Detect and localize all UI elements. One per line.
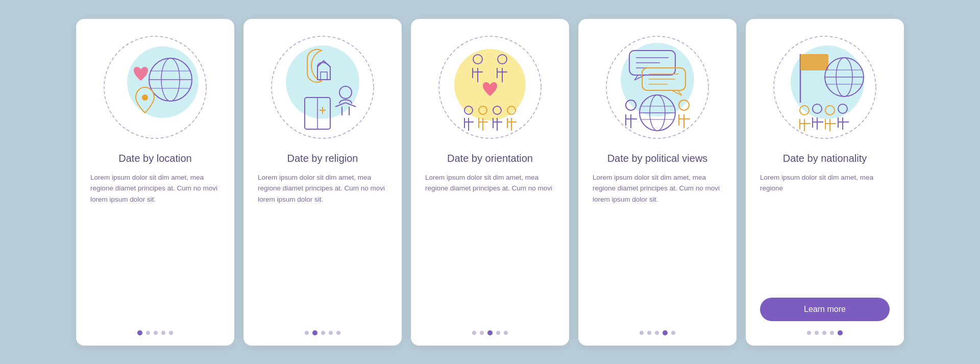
card-nationality-dots	[807, 330, 843, 335]
svg-rect-41	[800, 54, 828, 70]
dot-1	[640, 331, 644, 335]
cards-container: Date by location Lorem ipsum dolor sit d…	[56, 4, 924, 361]
dot-5	[504, 331, 508, 335]
card-political-title: Date by political views	[607, 152, 708, 165]
dot-3	[321, 331, 325, 335]
dot-4	[161, 331, 165, 335]
illustration-location	[99, 31, 211, 143]
card-orientation-body: Lorem ipsum dolor sit dim amet, mea regi…	[425, 172, 555, 321]
dot-3	[822, 331, 826, 335]
card-nationality-body: Lorem ipsum dolor sit dim amet, mea regi…	[760, 172, 890, 292]
illustration-nationality	[769, 31, 881, 143]
card-religion-dots	[305, 330, 340, 335]
card-religion-title: Date by religion	[287, 152, 358, 165]
dot-5	[838, 330, 843, 335]
dot-4	[663, 330, 668, 335]
svg-point-1	[127, 46, 199, 118]
card-religion: Date by religion Lorem ipsum dolor sit d…	[243, 19, 402, 346]
svg-point-7	[142, 94, 148, 101]
dot-3	[655, 331, 659, 335]
dot-4	[496, 331, 500, 335]
dot-1	[305, 331, 309, 335]
illustration-political	[601, 31, 714, 143]
dot-1	[137, 330, 142, 335]
dot-1	[807, 331, 811, 335]
dot-2	[480, 331, 484, 335]
card-location-title: Date by location	[118, 152, 191, 165]
card-political-body: Lorem ipsum dolor sit dim amet, mea regi…	[593, 172, 722, 321]
dot-5	[169, 331, 173, 335]
card-orientation-title: Date by orientation	[447, 152, 533, 165]
card-orientation: Date by orientation Lorem ipsum dolor si…	[411, 19, 569, 346]
dot-2	[815, 331, 819, 335]
card-location-dots	[137, 330, 173, 335]
card-religion-body: Lorem ipsum dolor sit dim amet, mea regi…	[258, 172, 387, 321]
dot-3	[154, 331, 158, 335]
dot-2	[312, 330, 317, 335]
dot-1	[472, 331, 476, 335]
illustration-orientation	[434, 31, 546, 143]
card-political-dots	[640, 330, 675, 335]
dot-5	[336, 331, 340, 335]
learn-more-button[interactable]: Learn more	[760, 298, 890, 321]
dot-2	[146, 331, 150, 335]
svg-point-22	[621, 43, 694, 116]
card-nationality-title: Date by nationality	[783, 152, 867, 165]
dot-2	[647, 331, 651, 335]
card-location-body: Lorem ipsum dolor sit dim amet, mea regi…	[90, 172, 220, 321]
dot-4	[329, 331, 333, 335]
card-location: Date by location Lorem ipsum dolor sit d…	[76, 19, 234, 346]
dot-5	[671, 331, 675, 335]
dot-3	[487, 330, 493, 335]
illustration-religion	[266, 31, 379, 143]
dot-4	[830, 331, 834, 335]
card-orientation-dots	[472, 330, 508, 335]
card-political: Date by political views Lorem ipsum dolo…	[578, 19, 737, 346]
card-nationality: Date by nationality Lorem ipsum dolor si…	[746, 19, 904, 346]
